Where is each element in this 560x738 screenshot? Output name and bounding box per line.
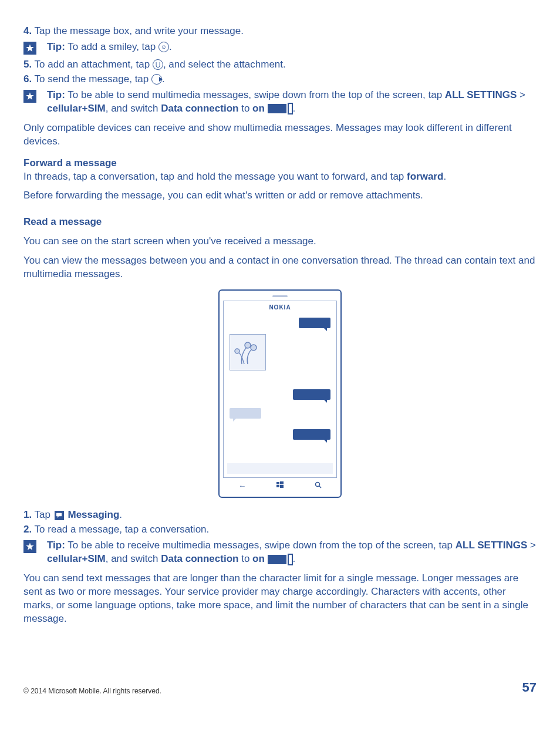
svg-point-9 — [315, 483, 319, 487]
step-b2-num: 2. — [23, 524, 32, 535]
tip-label: Tip: — [47, 540, 65, 551]
forward-heading: Forward a message — [23, 157, 537, 170]
tip-1: Tip: To add a smiley, tap ☺. — [23, 41, 537, 55]
msg-bubble-out — [293, 389, 330, 400]
read-section: Read a message You can see on the start … — [23, 215, 537, 281]
step-4: 4. Tap the message box, and write your m… — [23, 25, 537, 38]
windows-icon — [276, 481, 284, 491]
read-p1: You can see on the start screen when you… — [23, 235, 537, 248]
step-b2: 2. To read a message, tap a conversation… — [23, 523, 537, 537]
svg-rect-5 — [276, 482, 279, 484]
tip-2-text: Tip: To be able to send multimedia messa… — [47, 89, 537, 116]
tip-3-text: Tip: To be able to receive multimedia me… — [47, 539, 537, 566]
compat-note: Only compatible devices can receive and … — [23, 122, 537, 149]
tip-3: Tip: To be able to receive multimedia me… — [23, 539, 537, 566]
forward-section: Forward a message In threads, tap a conv… — [23, 157, 537, 203]
svg-point-4 — [235, 349, 239, 353]
tip-2: Tip: To be able to send multimedia messa… — [23, 89, 537, 116]
msg-bubble-out — [293, 429, 330, 440]
star-icon — [23, 42, 36, 55]
svg-marker-12 — [58, 517, 59, 518]
step-5-num: 5. — [23, 59, 32, 70]
msg-input-bar — [227, 463, 333, 474]
copyright: © 2014 Microsoft Mobile. All rights rese… — [23, 686, 161, 696]
phone-nav: ← — [223, 478, 337, 494]
step-6: 6. To send the message, tap . — [23, 73, 537, 86]
star-icon — [23, 540, 36, 553]
star-icon — [23, 90, 36, 103]
svg-rect-6 — [280, 481, 284, 484]
read-p2: You can view the messages between you an… — [23, 254, 537, 281]
svg-line-10 — [319, 486, 321, 488]
step-6-num: 6. — [23, 73, 32, 85]
msg-image-card — [230, 334, 266, 370]
svg-marker-1 — [26, 92, 33, 100]
phone-speaker — [272, 295, 288, 297]
footer: © 2014 Microsoft Mobile. All rights rese… — [23, 679, 537, 696]
svg-rect-11 — [56, 513, 62, 517]
tip-label: Tip: — [47, 41, 65, 52]
tip-1-text: Tip: To add a smiley, tap ☺. — [47, 41, 537, 54]
messaging-tile-icon — [55, 511, 64, 520]
send-icon — [151, 74, 162, 85]
phone-illustration: NOKIA ← — [23, 289, 537, 498]
phone-brand: NOKIA — [224, 301, 336, 312]
phone-screen: NOKIA — [223, 301, 337, 478]
attachment-icon: ⋃ — [153, 59, 163, 70]
step-b1: 1. Tap Messaging. — [23, 508, 537, 522]
tip-label: Tip: — [47, 89, 65, 100]
step-4-num: 4. — [23, 25, 32, 36]
step-4-text: Tap the message box, and write your mess… — [32, 25, 244, 36]
smiley-icon: ☺ — [158, 42, 169, 52]
toggle-on-icon — [268, 552, 293, 566]
forward-p1: In threads, tap a conversation, tap and … — [23, 170, 537, 184]
svg-point-3 — [251, 345, 257, 351]
svg-point-2 — [245, 342, 251, 348]
toggle-on-icon — [268, 102, 293, 116]
forward-p2: Before forwarding the message, you can e… — [23, 189, 537, 203]
msg-bubble-out — [299, 318, 330, 328]
step-b1-num: 1. — [23, 509, 32, 520]
back-icon: ← — [238, 481, 246, 491]
svg-marker-0 — [26, 44, 33, 52]
read-heading: Read a message — [23, 215, 537, 229]
page-number: 57 — [522, 679, 537, 696]
step-5: 5. To add an attachment, tap ⋃, and sele… — [23, 58, 537, 72]
msg-bubble-in — [230, 408, 261, 419]
svg-rect-7 — [276, 485, 279, 487]
svg-rect-8 — [280, 485, 284, 488]
search-icon — [315, 481, 322, 491]
svg-marker-13 — [26, 542, 33, 550]
long-msg-note: You can send text messages that are long… — [23, 572, 537, 626]
